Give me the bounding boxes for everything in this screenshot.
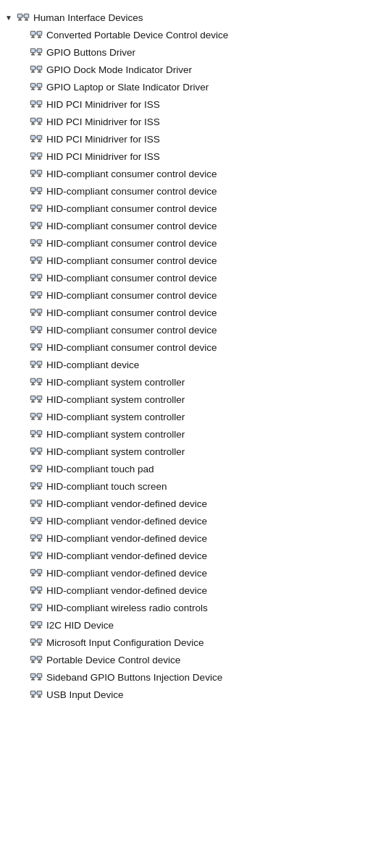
tree-item[interactable]: HID-compliant vendor-defined device: [26, 547, 365, 564]
svg-rect-37: [31, 84, 35, 87]
svg-rect-97: [38, 193, 41, 195]
svg-rect-304: [38, 592, 41, 594]
svg-rect-157: [32, 313, 34, 315]
tree-item[interactable]: HID-compliant wireless radio controls: [26, 599, 365, 616]
svg-rect-253: [31, 501, 35, 503]
tree-item[interactable]: HID PCI Minidriver for ISS: [26, 130, 365, 148]
tree-item[interactable]: HID-compliant consumer control device: [26, 269, 365, 286]
device-icon: [29, 618, 43, 632]
tree-item[interactable]: HID PCI Minidriver for ISS: [26, 113, 365, 130]
tree-item[interactable]: GPIO Dock Mode Indicator Driver: [26, 61, 365, 78]
tree-item[interactable]: HID-compliant consumer control device: [26, 165, 365, 182]
svg-rect-31: [32, 70, 34, 72]
item-label: HID-compliant system controller: [46, 394, 185, 405]
tree-root-item[interactable]: ▼ Human Interface Devices: [0, 9, 365, 26]
device-icon: [29, 218, 43, 233]
tree-item[interactable]: HID-compliant vendor-defined device: [26, 582, 365, 599]
svg-rect-285: [31, 558, 35, 559]
svg-rect-356: [38, 695, 41, 697]
tree-item[interactable]: Converted Portable Device Control device: [26, 26, 365, 43]
svg-rect-23: [38, 53, 41, 54]
svg-rect-166: [32, 331, 34, 332]
svg-rect-267: [31, 523, 35, 524]
tree-item[interactable]: HID PCI Minidriver for ISS: [26, 148, 365, 165]
svg-rect-298: [31, 587, 35, 590]
item-label: HID-compliant device: [46, 359, 139, 370]
svg-rect-300: [38, 587, 41, 590]
tree-item[interactable]: HID-compliant consumer control device: [26, 200, 365, 217]
svg-rect-102: [38, 205, 41, 208]
tree-item[interactable]: HID-compliant touch screen: [26, 477, 365, 495]
item-label: GPIO Dock Mode Indicator Driver: [46, 64, 192, 75]
svg-rect-202: [32, 400, 34, 401]
svg-rect-219: [38, 431, 41, 434]
svg-rect-100: [31, 205, 35, 208]
svg-rect-76: [32, 157, 34, 158]
tree-item[interactable]: HID-compliant touch pad: [26, 460, 365, 477]
svg-rect-249: [31, 488, 35, 490]
tree-item[interactable]: HID-compliant system controller: [26, 373, 365, 391]
svg-rect-352: [31, 692, 35, 694]
svg-rect-68: [38, 140, 41, 141]
tree-item[interactable]: HID-compliant vendor-defined device: [26, 495, 365, 512]
svg-rect-131: [38, 261, 41, 263]
tree-item[interactable]: GPIO Buttons Driver: [26, 43, 365, 61]
svg-rect-265: [32, 522, 34, 523]
tree-item[interactable]: HID-compliant system controller: [26, 425, 365, 443]
item-label: HID PCI Minidriver for ISS: [46, 151, 160, 162]
item-label: I2C HID Device: [46, 620, 114, 631]
svg-rect-84: [38, 171, 41, 174]
item-label: HID-compliant vendor-defined device: [46, 550, 207, 561]
tree-item[interactable]: HID-compliant consumer control device: [26, 182, 365, 200]
tree-item[interactable]: HID PCI Minidriver for ISS: [26, 95, 365, 113]
tree-item[interactable]: Microsoft Input Configuration Device: [26, 634, 365, 651]
tree-item[interactable]: USB Input Device: [26, 686, 365, 703]
svg-rect-86: [38, 174, 41, 176]
svg-rect-231: [31, 454, 35, 455]
tree-item[interactable]: HID-compliant consumer control device: [26, 321, 365, 339]
svg-rect-303: [31, 592, 35, 594]
tree-item[interactable]: GPIO Laptop or Slate Indicator Driver: [26, 78, 365, 95]
svg-rect-93: [38, 188, 41, 191]
svg-rect-232: [38, 454, 41, 455]
tree-item[interactable]: HID-compliant vendor-defined device: [26, 529, 365, 547]
tree-item[interactable]: HID-compliant consumer control device: [26, 217, 365, 234]
tree-item[interactable]: Portable Device Control device: [26, 651, 365, 668]
tree-item[interactable]: I2C HID Device: [26, 616, 365, 634]
tree-item[interactable]: HID-compliant consumer control device: [26, 252, 365, 269]
svg-rect-112: [32, 226, 34, 228]
svg-rect-147: [38, 292, 41, 295]
item-label: HID-compliant consumer control device: [46, 307, 217, 318]
svg-rect-42: [31, 89, 35, 90]
svg-rect-280: [31, 553, 35, 556]
svg-rect-193: [32, 383, 34, 384]
item-label: Microsoft Input Configuration Device: [46, 637, 204, 648]
tree-item[interactable]: HID-compliant device: [26, 356, 365, 373]
svg-rect-57: [38, 119, 41, 122]
tree-item[interactable]: HID-compliant consumer control device: [26, 304, 365, 321]
svg-rect-167: [38, 331, 41, 332]
svg-rect-165: [38, 327, 41, 330]
tree-item[interactable]: HID-compliant consumer control device: [26, 286, 365, 304]
tree-item[interactable]: HID-compliant vendor-defined device: [26, 564, 365, 582]
svg-rect-292: [32, 574, 34, 575]
tree-item[interactable]: HID-compliant system controller: [26, 391, 365, 408]
item-label: HID-compliant touch pad: [46, 464, 154, 475]
svg-rect-230: [38, 452, 41, 454]
svg-rect-336: [38, 657, 41, 660]
device-icon: [29, 409, 43, 424]
svg-rect-150: [31, 297, 35, 299]
item-label: HID-compliant consumer control device: [46, 221, 217, 231]
svg-rect-318: [38, 622, 41, 625]
tree-item[interactable]: HID-compliant vendor-defined device: [26, 512, 365, 529]
svg-rect-239: [38, 469, 41, 471]
item-label: HID-compliant vendor-defined device: [46, 585, 207, 596]
tree-item[interactable]: HID-compliant system controller: [26, 443, 365, 460]
svg-rect-160: [38, 315, 41, 316]
tree-item[interactable]: HID-compliant consumer control device: [26, 234, 365, 252]
tree-item[interactable]: Sideband GPIO Buttons Injection Device: [26, 668, 365, 686]
tree-item[interactable]: HID-compliant system controller: [26, 408, 365, 425]
tree-item[interactable]: HID-compliant consumer control device: [26, 339, 365, 356]
svg-rect-194: [38, 383, 41, 384]
svg-rect-181: [31, 362, 35, 365]
